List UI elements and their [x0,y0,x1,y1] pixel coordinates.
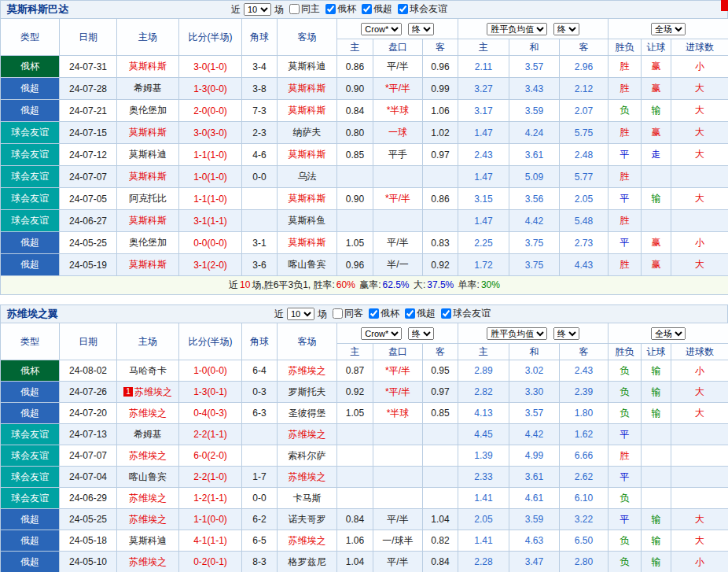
away-team-section: 苏维埃之翼 近 10 场 同客俄杯俄超球会友谊 类型 日期 主场 比分(半场) … [0,304,728,572]
cell-away-team: 圣彼得堡 [278,403,337,424]
cell-date: 24-08-02 [60,360,117,382]
cell-avg-draw: 3.61 [509,144,560,166]
odds-final-select[interactable]: 终 [408,327,434,340]
cell-odds-away: 0.97 [423,382,458,403]
cell-corners [242,445,278,467]
avg-final-select[interactable]: 终 [553,327,579,340]
col-corner: 角球 [242,19,278,56]
cell-handicap-result: 赢 [642,122,671,144]
cell-corners: 6-2 [242,509,278,530]
cell-league: 俄超 [1,530,60,552]
cell-home-team: 莫斯科斯 [117,56,179,78]
cell-odds-home: 0.87 [337,360,373,382]
cell-odds-home: 1.06 [337,530,373,552]
cell-result: 负 [609,552,642,572]
cell-odds-away [423,488,458,509]
cell-odds-away [423,445,458,467]
match-row: 俄杯24-07-31莫斯科斯3-0(1-0)3-4莫斯科迪0.86平/半0.96… [1,56,728,78]
checkbox-俄超[interactable] [405,308,415,319]
summary-text: 单率: [455,279,480,290]
cell-avg-draw: 3.30 [509,382,560,403]
filter-checkbox[interactable]: 球会友谊 [437,307,491,320]
cell-avg-away: 5.75 [560,122,609,144]
cell-odds-home [337,424,373,445]
cell-home-team: 苏维埃之 [117,509,179,530]
avg-group-header: 胜平负均值 终 [458,323,609,344]
checkbox-俄杯[interactable] [369,308,379,319]
avg-type-select[interactable]: 胜平负均值 [487,327,547,340]
cell-date: 24-07-28 [60,78,117,100]
filter-checkbox[interactable]: 球会友谊 [394,2,447,16]
cell-date: 24-07-13 [60,424,117,445]
cell-odds-away: 0.96 [423,56,458,78]
away-team-filters: 近 10 场 同客俄杯俄超球会友谊 [274,307,492,321]
cell-avg-home: 2.11 [458,56,509,78]
filter-checkbox[interactable]: 俄杯 [365,307,399,320]
cell-avg-away: 3.22 [560,509,609,530]
odds-company-select[interactable]: Crow* [361,23,402,35]
cell-avg-away: 2.80 [560,552,609,572]
cell-avg-draw: 4.61 [509,488,560,509]
cell-date: 24-07-15 [60,122,117,144]
match-count-select[interactable]: 10 [287,308,314,320]
cell-handicap: 平/半 [373,56,423,78]
cell-date: 24-06-27 [60,210,117,232]
summary-text: 60% [336,279,355,290]
cell-odds-home [337,467,373,488]
cell-corners: 1-7 [242,467,278,488]
cell-goals-result [671,166,728,188]
cell-score: 1-0(0-0) [179,360,242,382]
sub-odds-home: 主 [337,344,373,360]
cell-result: 平 [609,467,642,488]
match-count-select[interactable]: 10 [244,3,271,16]
cell-away-team: 莫斯科迪 [278,56,337,78]
odds-company-select[interactable]: Crow* [361,327,402,340]
cell-league: 球会友谊 [1,210,60,232]
checkbox-同主[interactable] [289,4,300,14]
filter-checkbox[interactable]: 同客 [329,307,363,320]
cell-result: 平 [609,144,642,166]
cell-handicap: 平/半 [373,552,423,572]
checkbox-俄超[interactable] [362,4,372,14]
cell-league: 球会友谊 [1,144,60,166]
cell-home-team: 1苏维埃之 [117,382,179,403]
summary-text: 场,胜6平3负1, 胜率: [252,279,334,290]
red-card-badge: 1 [123,387,133,397]
cell-away-team: 苏维埃之 [278,530,337,552]
avg-final-select[interactable]: 终 [553,23,579,35]
cell-goals-result [671,488,728,509]
avg-type-select[interactable]: 胜平负均值 [487,23,547,35]
checkbox-同客[interactable] [333,308,343,319]
checkbox-俄杯[interactable] [325,4,336,14]
cell-avg-home: 3.17 [458,100,509,122]
scope-select[interactable]: 全场 [651,23,686,35]
filter-checkbox[interactable]: 俄杯 [322,2,356,16]
cell-home-team: 莫斯科迪 [117,144,179,166]
cell-date: 24-05-25 [60,232,117,254]
cell-date: 24-06-29 [60,488,117,509]
cell-league: 球会友谊 [1,488,60,509]
sub-avg-home: 主 [458,344,509,360]
cell-score: 1-3(0-1) [179,382,242,403]
checkbox-球会友谊[interactable] [441,308,451,319]
filter-checkbox[interactable]: 俄超 [401,307,436,320]
cell-handicap-result: 输 [642,382,671,403]
cell-handicap-result [642,210,671,232]
scope-select[interactable]: 全场 [651,327,686,340]
cell-odds-away: 0.97 [423,144,458,166]
cell-league: 俄超 [1,382,60,403]
cell-goals-result [671,445,728,467]
cell-handicap: *平/半 [373,188,423,210]
filter-checkbox[interactable]: 俄超 [358,2,392,16]
checkbox-球会友谊[interactable] [398,4,408,14]
cell-home-team: 苏维埃之 [117,488,179,509]
odds-final-select[interactable]: 终 [408,23,434,35]
sub-handicap: 盘口 [373,39,423,56]
cell-home-team: 莫斯科斯 [117,210,179,232]
filter-checkbox[interactable]: 同主 [285,2,320,16]
cell-handicap: *半球 [373,100,423,122]
cell-away-team: 苏维埃之 [278,424,337,445]
cell-home-team: 阿克托比 [117,188,179,210]
cell-home-team: 莫斯科斯 [117,254,179,276]
cell-home-team: 莫斯科迪 [117,530,179,552]
